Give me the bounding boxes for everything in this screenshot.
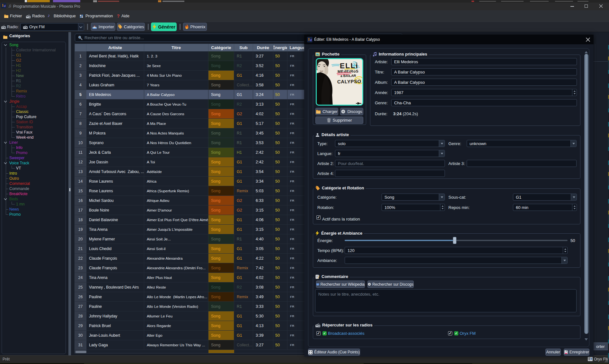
svg-text:CALYPSO: CALYPSO — [337, 79, 361, 84]
svg-text:a BAiLAR: a BAiLAR — [340, 74, 356, 78]
svg-text:MINI 45T: MINI 45T — [355, 104, 362, 106]
